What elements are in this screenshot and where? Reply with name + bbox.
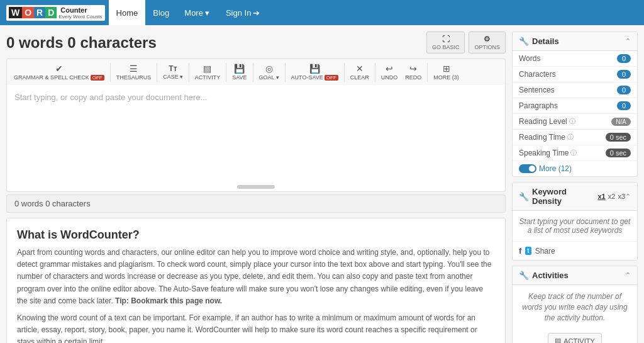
divider-2 (157, 63, 157, 82)
more-label: More (12) (539, 164, 572, 173)
divider-9 (427, 63, 428, 82)
article-title: What is WordCounter? (17, 228, 495, 242)
grammar-label-row: GRAMMAR & SPELL CHECK OFF (14, 74, 104, 81)
toolbar-goal[interactable]: ◎ GOAL ▾ (256, 62, 282, 82)
activity-icon: 🔧 (519, 271, 529, 280)
content-area: 0 words 0 characters ⛶ GO BASIC ⚙ OPTION… (6, 31, 506, 343)
toolbar-autosave[interactable]: 💾 AUTO-SAVE OFF (288, 62, 341, 82)
reading-level-label: Reading Level ⓘ (519, 117, 575, 126)
toolbar-undo[interactable]: ↩ UNDO (378, 62, 401, 82)
title-bar: 0 words 0 characters ⛶ GO BASIC ⚙ OPTION… (6, 31, 506, 53)
detail-row-sentences: Sentences 0 (513, 82, 637, 98)
main-nav: Home Blog More ▾ Sign In ➔ (109, 0, 268, 25)
toolbar-clear[interactable]: ✕ CLEAR (347, 62, 372, 82)
wrench-icon: 🔧 (519, 37, 529, 46)
reading-level-info-icon[interactable]: ⓘ (569, 117, 575, 126)
more-link[interactable]: More (12) (513, 161, 637, 176)
reading-level-badge: N/A (611, 118, 631, 126)
sentences-badge: 0 (617, 86, 631, 94)
toolbar: ✔ GRAMMAR & SPELL CHECK OFF ☰ THESAURUS … (6, 59, 506, 85)
chevron-down-icon: ▾ (276, 74, 279, 81)
editor-area[interactable]: Start typing, or copy and paste your doc… (6, 85, 506, 192)
grammar-badge: OFF (91, 75, 104, 81)
nav-blog[interactable]: Blog (145, 0, 177, 25)
kd-body: Start typing your document to get a list… (513, 211, 637, 241)
key-icon: 🔧 (519, 192, 529, 201)
word-count-title: 0 words 0 characters (6, 34, 157, 52)
toolbar-grammar[interactable]: ✔ GRAMMAR & SPELL CHECK OFF (11, 62, 108, 82)
bottom-count: 0 words 0 characters (6, 194, 506, 213)
detail-row-paragraphs: Paragraphs 0 (513, 98, 637, 114)
detail-row-speaking-time: Speaking Time ⓘ 0 sec (513, 145, 637, 161)
speaking-time-label: Speaking Time ⓘ (519, 149, 577, 157)
article-body: Apart from counting words and characters… (17, 247, 495, 343)
redo-icon: ↪ (409, 64, 417, 74)
toolbar-more[interactable]: ⊞ MORE (3) (430, 62, 462, 82)
details-chevron-icon[interactable]: ⌃ (625, 37, 631, 45)
logo-w: W (9, 7, 22, 18)
toolbar-save[interactable]: 💾 SAVE (229, 62, 250, 82)
toolbar-case[interactable]: Tт CASE ▾ (160, 62, 186, 82)
activity-bar-icon: ▤ (555, 337, 561, 343)
nav-home[interactable]: Home (109, 0, 146, 25)
activity-button[interactable]: ▤ ACTIVITY (548, 333, 602, 343)
kd-x2[interactable]: x2 (608, 193, 616, 200)
toolbar-activity[interactable]: ▤ ACTIVITY (192, 62, 224, 82)
sentences-label: Sentences (519, 86, 555, 94)
words-label: Words (519, 54, 540, 63)
share-row: f t Share (513, 241, 637, 260)
logo-r: R (34, 7, 45, 18)
divider-7 (344, 63, 345, 82)
details-card: 🔧 Details ⌃ Words 0 Characters 0 Sentenc… (512, 31, 638, 177)
title-actions: ⛶ GO BASIC ⚙ OPTIONS (426, 31, 506, 53)
paragraphs-badge: 0 (617, 101, 631, 110)
reading-time-info-icon[interactable]: ⓘ (567, 133, 574, 142)
toolbar-thesaurus[interactable]: ☰ THESAURUS (113, 62, 155, 82)
details-title: 🔧 Details (519, 37, 559, 46)
thesaurus-icon: ☰ (130, 64, 138, 74)
nav-more[interactable]: More ▾ (177, 0, 217, 25)
header: WORD Counter Every Word Counts Home Blog… (0, 0, 644, 25)
kd-x3[interactable]: x3 (618, 193, 625, 200)
detail-row-characters: Characters 0 (513, 67, 637, 82)
activities-card: 🔧 Activities ⌃ Keep track of the number … (512, 266, 638, 343)
detail-row-words: Words 0 (513, 51, 637, 67)
checkmark-icon: ✔ (55, 64, 63, 74)
reading-time-label: Reading Time ⓘ (519, 133, 574, 142)
detail-row-reading-time: Reading Time ⓘ 0 sec (513, 130, 637, 145)
kd-multipliers: x1 x2 x3 (598, 193, 626, 200)
editor-scrollbar (237, 185, 275, 189)
options-button[interactable]: ⚙ OPTIONS (469, 31, 506, 53)
divider-8 (375, 63, 375, 82)
activity-icon: ▤ (203, 64, 211, 74)
characters-badge: 0 (617, 70, 631, 79)
keyword-density-card: 🔧 Keyword Density x1 x2 x3 ⌃ Start typin… (512, 182, 638, 261)
kd-chevron-icon[interactable]: ⌃ (625, 193, 631, 201)
logo[interactable]: WORD Counter Every Word Counts (6, 5, 105, 21)
autosave-badge: OFF (325, 75, 338, 81)
divider-4 (226, 63, 226, 82)
more-icon: ⊞ (443, 64, 450, 74)
nav-signin[interactable]: Sign In ➔ (218, 0, 267, 25)
options-label: OPTIONS (474, 44, 500, 50)
activities-chevron-icon[interactable]: ⌃ (625, 271, 631, 279)
logo-subtitle: Every Word Counts (58, 14, 102, 20)
detail-row-reading-level: Reading Level ⓘ N/A (513, 114, 637, 130)
toolbar-redo[interactable]: ↪ REDO (402, 62, 425, 82)
chevron-down-icon: ▾ (205, 8, 209, 18)
go-basic-button[interactable]: ⛶ GO BASIC (426, 31, 465, 53)
go-basic-label: GO BASIC (432, 44, 460, 50)
speaking-time-info-icon[interactable]: ⓘ (570, 149, 577, 157)
activities-header: 🔧 Activities ⌃ (513, 266, 637, 285)
go-basic-icon: ⛶ (442, 35, 450, 43)
kd-title: 🔧 Keyword Density (519, 187, 598, 206)
chevron-down-icon: ▾ (180, 74, 183, 80)
divider-1 (110, 63, 111, 82)
share-link[interactable]: Share (535, 247, 555, 256)
details-header: 🔧 Details ⌃ (513, 32, 637, 51)
twitter-icon: t (525, 247, 531, 255)
kd-x1[interactable]: x1 (598, 193, 606, 200)
characters-label: Characters (519, 70, 556, 79)
words-badge: 0 (617, 54, 631, 63)
toggle-icon[interactable] (519, 164, 536, 173)
